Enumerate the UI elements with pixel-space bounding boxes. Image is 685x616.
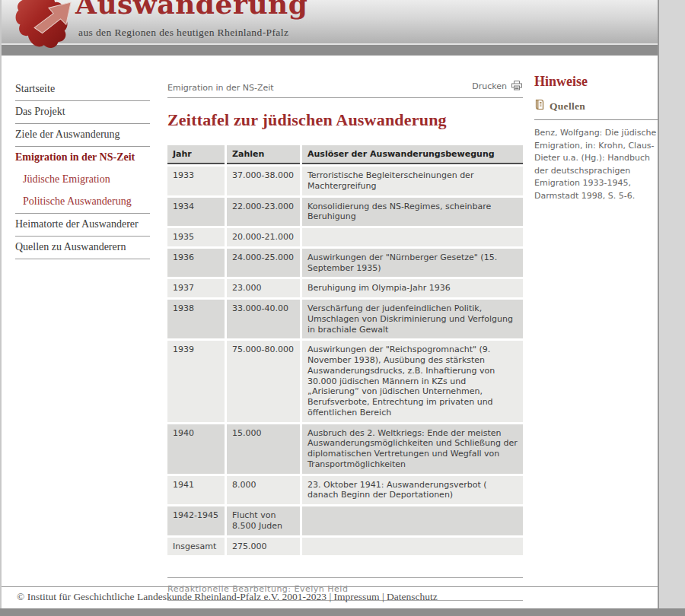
trigger-cell [302, 228, 523, 246]
numbers-cell: 8.000 [227, 476, 300, 505]
year-cell: 1937 [167, 279, 225, 297]
footer-separator: | [327, 591, 333, 602]
numbers-cell: Flucht von 8.500 Juden [227, 506, 300, 535]
numbers-cell: 24.000-25.000 [227, 249, 300, 278]
footer-link-impressum[interactable]: Impressum [334, 591, 380, 602]
sources-section-title: Quellen [550, 100, 585, 113]
year-cell: 1936 [167, 249, 225, 278]
site-header: Auswanderung aus den Regionen des heutig… [2, 0, 658, 45]
table-body: 193337.000-38.000Terroristische Begleite… [167, 167, 523, 555]
sidebar-item-heimatorte-der-auswanderer[interactable]: Heimatorte der Auswanderer [15, 214, 150, 237]
table-row: 193337.000-38.000Terroristische Begleite… [167, 167, 523, 195]
breadcrumb: Emigration in der NS-Zeit [167, 83, 274, 93]
sidebar-item-politische-auswanderung[interactable]: Politische Auswanderung [15, 191, 150, 214]
printer-icon [511, 80, 523, 93]
table-row: Insgesamt275.000 [167, 538, 523, 556]
year-cell: 1941 [167, 476, 225, 505]
sidebar-nav: StartseiteDas ProjektZiele der Auswander… [15, 78, 150, 259]
trigger-cell: 23. Oktober 1941: Auswanderungsverbot ( … [302, 476, 523, 505]
trigger-cell: Auswirkungen der "Reichspogromnacht" (9.… [302, 341, 523, 421]
column-header-jahr: Jahr [167, 145, 225, 164]
hints-aside: Hinweise Quellen Benz, Wolfgang: Die jüd… [534, 74, 658, 202]
header-divider-bar [2, 45, 658, 56]
trigger-cell: Konsolidierung des NS-Regimes, scheinbar… [302, 198, 523, 227]
year-cell: 1940 [167, 424, 225, 474]
trigger-cell: Terroristische Begleiterscheinungen der … [302, 167, 523, 195]
trigger-cell: Ausbruch des 2. Weltkriegs: Ende der mei… [302, 424, 523, 474]
sidebar-item-juedische-emigration[interactable]: Jüdische Emigration [15, 169, 150, 191]
table-header-row: JahrZahlenAuslöser der Auswanderungsbewe… [167, 145, 523, 164]
sidebar-item-ziele-der-auswanderung[interactable]: Ziele der Auswanderung [15, 124, 150, 147]
print-label: Drucken [472, 81, 507, 91]
year-cell: 1935 [167, 228, 225, 246]
bottom-bar [0, 608, 685, 616]
table-row: 1942-1945Flucht von 8.500 Juden [167, 506, 523, 535]
footer-links: | Impressum | Datenschutz [327, 591, 438, 602]
numbers-cell: 15.000 [227, 424, 300, 474]
column-header-zahlen: Zahlen [227, 145, 300, 164]
site-subtitle: aus den Regionen des heutigen Rheinland-… [78, 27, 288, 39]
year-cell: Insgesamt [167, 538, 225, 556]
table-row: 19418.00023. Oktober 1941: Auswanderungs… [167, 476, 523, 505]
table-row: 193833.000-40.00Verschärfung der judenfe… [167, 300, 523, 338]
footer: © Institut für Geschichtliche Landeskund… [2, 586, 658, 608]
main-content: Emigration in der NS-Zeit Drucken Z [167, 80, 523, 601]
browser-viewport: Auswanderung aus den Regionen des heutig… [0, 0, 685, 616]
numbers-cell: 75.000-80.000 [227, 341, 300, 421]
numbers-cell: 37.000-38.000 [227, 167, 300, 195]
emigration-table: JahrZahlenAuslöser der Auswanderungsbewe… [165, 143, 525, 557]
numbers-cell: 22.000-23.000 [227, 198, 300, 227]
table-row: 193422.000-23.000Konsolidierung des NS-R… [167, 198, 523, 227]
book-icon [534, 99, 544, 113]
numbers-cell: 33.000-40.00 [227, 300, 300, 338]
trigger-cell: Verschärfung der judenfeindlichen Politi… [302, 300, 523, 338]
aside-title: Hinweise [534, 74, 658, 90]
year-cell: 1934 [167, 198, 225, 227]
trigger-cell [302, 506, 523, 535]
year-cell: 1939 [167, 341, 225, 421]
footer-link-datenschutz[interactable]: Datenschutz [387, 591, 438, 602]
column-header-ausloeser-der-auswanderungsbewegung: Auslöser der Auswanderungsbewegung [302, 145, 523, 164]
table-row: 193624.000-25.000Auswirkungen der "Nürnb… [167, 249, 523, 278]
trigger-cell: Auswirkungen der "Nürnberger Gesetze" (1… [302, 249, 523, 278]
numbers-cell: 23.000 [227, 279, 300, 297]
sources-section-header: Quellen [534, 99, 658, 113]
sidebar-item-emigration-in-der-ns-zeit[interactable]: Emigration in der NS-Zeit [15, 147, 150, 169]
sidebar-item-quellen-zu-auswanderern[interactable]: Quellen zu Auswanderern [15, 237, 150, 259]
table-row: 193520.000-21.000 [167, 228, 523, 246]
footer-separator: | [380, 591, 387, 602]
page-title: Zeittafel zur jüdischen Auswanderung [167, 110, 523, 130]
print-button[interactable]: Drucken [472, 80, 523, 93]
page-container: Auswanderung aus den Regionen des heutig… [0, 0, 659, 608]
year-cell: 1942-1945 [167, 506, 225, 535]
site-title: Auswanderung [75, 0, 307, 17]
table-row: 193975.000-80.000Auswirkungen der "Reich… [167, 341, 523, 421]
sidebar-item-das-projekt[interactable]: Das Projekt [15, 101, 150, 124]
sidebar-item-startseite[interactable]: Startseite [15, 78, 150, 101]
numbers-cell: 20.000-21.000 [227, 228, 300, 246]
copyright-text: © Institut für Geschichtliche Landeskund… [17, 591, 327, 602]
trigger-cell [302, 538, 523, 556]
source-reference: Benz, Wolfgang: Die jüdische Emigration,… [534, 127, 658, 202]
breadcrumb-row: Emigration in der NS-Zeit Drucken [167, 80, 523, 98]
year-cell: 1933 [167, 167, 225, 195]
trigger-cell: Beruhigung im Olympia-Jahr 1936 [302, 279, 523, 297]
aside-divider [534, 119, 658, 120]
table-row: 193723.000Beruhigung im Olympia-Jahr 193… [167, 279, 523, 297]
table-row: 194015.000Ausbruch des 2. Weltkriegs: En… [167, 424, 523, 474]
year-cell: 1938 [167, 300, 225, 338]
numbers-cell: 275.000 [227, 538, 300, 556]
